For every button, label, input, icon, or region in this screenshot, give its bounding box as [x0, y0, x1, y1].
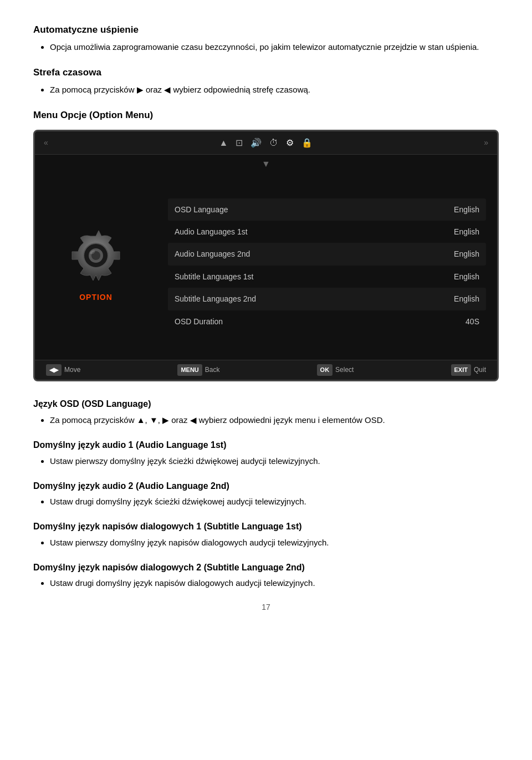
menu-label-osd-dur: OSD Duration: [175, 315, 223, 328]
tv-left-panel: OPTION: [35, 177, 157, 354]
down-arrow-icon: ▼: [262, 159, 270, 169]
audio1-bullet: Ustaw pierwszy domyślny język ścieżki dź…: [50, 455, 499, 468]
audio2-section-title: Domyślny język audio 2 (Audio Language 2…: [33, 479, 499, 493]
lock-icon: 🔒: [301, 136, 313, 150]
page-number: 17: [33, 601, 499, 613]
menu-value-audio2: English: [454, 248, 479, 260]
quit-label: Quit: [474, 365, 486, 375]
osd-bullet: Za pomocą przycisków ▲, ▼, ▶ oraz ◀ wybi…: [50, 414, 499, 427]
gear-icon-wrap: [68, 228, 124, 283]
section-audio2: Domyślny język audio 2 (Audio Language 2…: [33, 479, 499, 509]
tv-screen: « ▲ ⊡ 🔊 ⏱ ⚙ 🔒 » ▼: [33, 130, 499, 382]
exit-btn: EXIT: [451, 364, 471, 376]
heading-timezone: Strefa czasowa: [33, 65, 499, 80]
ctrl-quit: EXIT Quit: [451, 364, 486, 376]
menu-value-osd: English: [454, 203, 479, 216]
heading-auto-sleep: Automatyczne uśpienie: [33, 22, 499, 37]
clock-icon: ⏱: [269, 136, 278, 150]
ok-btn: OK: [317, 364, 333, 376]
gear-icon: [68, 228, 124, 283]
menu-section-label: Menu Opcje (Option Menu): [33, 108, 499, 123]
tv-top-bar: « ▲ ⊡ 🔊 ⏱ ⚙ 🔒 »: [35, 131, 497, 155]
menu-row-osd-duration: OSD Duration 40S: [168, 310, 486, 333]
select-label: Select: [335, 365, 354, 375]
menu-label-audio1: Audio Languages 1st: [175, 226, 248, 238]
section-sub1: Domyślny język napisów dialogowych 1 (Su…: [33, 519, 499, 549]
sub2-section-title: Domyślny język napisów dialogowych 2 (Su…: [33, 560, 499, 575]
para-timezone: Za pomocą przycisków ▶ oraz ◀ wybierz od…: [50, 83, 499, 96]
section-sub2: Domyślny język napisów dialogowych 2 (Su…: [33, 560, 499, 590]
screen-icon: ⊡: [236, 136, 243, 150]
para-auto-sleep: Opcja umożliwia zaprogramowanie czasu be…: [50, 40, 499, 54]
menu-btn: MENU: [177, 364, 202, 376]
menu-value-sub1: English: [454, 271, 479, 283]
audio-icon: 🔊: [250, 136, 262, 150]
tv-bottom-bar: ◀▶ Move MENU Back OK Select EXIT Quit: [35, 360, 497, 380]
menu-label-sub2: Subtitle Languages 2nd: [175, 293, 256, 305]
menu-row-sub1: Subtitle Languages 1st English: [168, 266, 486, 288]
nav-icon: ▲: [219, 136, 228, 150]
ctrl-back: MENU Back: [177, 364, 219, 376]
move-btn: ◀▶: [46, 364, 62, 376]
menu-value-audio1: English: [454, 226, 479, 238]
menu-row-osd-language: OSD Language English: [168, 198, 486, 221]
menu-row-sub2: Subtitle Languages 2nd English: [168, 288, 486, 310]
osd-section-title: Język OSD (OSD Language): [33, 397, 499, 411]
section-audio1: Domyślny język audio 1 (Audio Language 1…: [33, 438, 499, 468]
audio2-bullet: Ustaw drugi domyślny język ścieżki dźwię…: [50, 495, 499, 508]
gear-top-icon: ⚙: [286, 136, 294, 150]
left-chevron-icon: «: [44, 136, 48, 149]
down-arrow-area: ▼: [35, 155, 497, 171]
move-label: Move: [64, 365, 80, 375]
menu-row-audio1: Audio Languages 1st English: [168, 221, 486, 243]
option-label: OPTION: [79, 291, 112, 303]
tv-menu-list: OSD Language English Audio Languages 1st…: [157, 177, 497, 354]
back-label: Back: [205, 365, 220, 375]
menu-label-sub1: Subtitle Languages 1st: [175, 271, 253, 283]
ctrl-select: OK Select: [317, 364, 354, 376]
right-chevron-icon: »: [484, 136, 488, 149]
sub1-section-title: Domyślny język napisów dialogowych 1 (Su…: [33, 519, 499, 534]
menu-row-audio2: Audio Languages 2nd English: [168, 243, 486, 265]
menu-label-audio2: Audio Languages 2nd: [175, 248, 250, 260]
audio1-section-title: Domyślny język audio 1 (Audio Language 1…: [33, 438, 499, 452]
menu-value-osd-dur: 40S: [466, 315, 479, 328]
menu-value-sub2: English: [454, 293, 479, 305]
sub1-bullet: Ustaw pierwszy domyślny język napisów di…: [50, 536, 499, 549]
tv-body: OPTION OSD Language English Audio Langua…: [35, 171, 497, 360]
section-osd: Język OSD (OSD Language) Za pomocą przyc…: [33, 397, 499, 427]
sub2-bullet: Ustaw drugi domyślny język napisów dialo…: [50, 577, 499, 590]
menu-label-osd: OSD Language: [175, 203, 228, 216]
ctrl-move: ◀▶ Move: [46, 364, 80, 376]
tv-icon-bar: ▲ ⊡ 🔊 ⏱ ⚙ 🔒: [219, 136, 313, 150]
